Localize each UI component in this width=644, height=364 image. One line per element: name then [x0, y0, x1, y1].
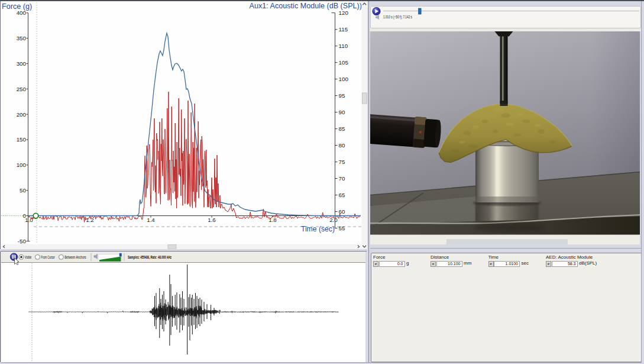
svg-text:-50: -50 — [18, 238, 27, 244]
svg-text:105: 105 — [339, 59, 349, 66]
svg-text:100: 100 — [339, 76, 349, 82]
svg-text:200: 200 — [17, 111, 27, 118]
svg-text:2.0: 2.0 — [329, 217, 338, 223]
svg-text:95: 95 — [339, 92, 345, 99]
svg-text:65: 65 — [339, 192, 345, 198]
svg-text:Samples: 455486, Rate: 48.000: Samples: 455486, Rate: 48.000 kHz — [128, 255, 171, 260]
svg-text:110: 110 — [339, 43, 348, 49]
svg-text:100: 100 — [17, 162, 27, 168]
svg-text:1.4: 1.4 — [147, 217, 155, 223]
svg-text:1.8: 1.8 — [268, 217, 277, 223]
svg-text:150: 150 — [17, 136, 27, 143]
svg-text:300: 300 — [17, 60, 27, 67]
svg-text:Visible: Visible — [25, 255, 32, 260]
svg-text:120: 120 — [339, 9, 349, 16]
svg-text:1.2: 1.2 — [86, 217, 94, 223]
svg-text:Between Anchors: Between Anchors — [64, 255, 86, 260]
svg-text:Aux1: Acoustic Module (dB (SPL: Aux1: Acoustic Module (dB (SPL)) — [250, 2, 362, 10]
svg-text:From Cursor: From Cursor — [41, 255, 55, 260]
svg-text:350: 350 — [17, 35, 27, 41]
svg-text:250: 250 — [17, 86, 27, 92]
svg-text:55: 55 — [339, 225, 345, 231]
svg-text:115: 115 — [339, 26, 348, 33]
svg-text:90: 90 — [339, 109, 345, 115]
svg-text:1.010 s (~50 f); 7.142 s: 1.010 s (~50 f); 7.142 s — [383, 15, 413, 20]
svg-text:85: 85 — [339, 125, 345, 132]
svg-text:70: 70 — [339, 175, 345, 182]
svg-text:50: 50 — [20, 187, 26, 194]
svg-text:Time (sec): Time (sec) — [301, 225, 335, 233]
svg-text:80: 80 — [339, 142, 345, 149]
svg-text:75: 75 — [339, 159, 345, 165]
svg-text:Force (g): Force (g) — [2, 2, 32, 11]
svg-text:1.6: 1.6 — [208, 217, 216, 223]
